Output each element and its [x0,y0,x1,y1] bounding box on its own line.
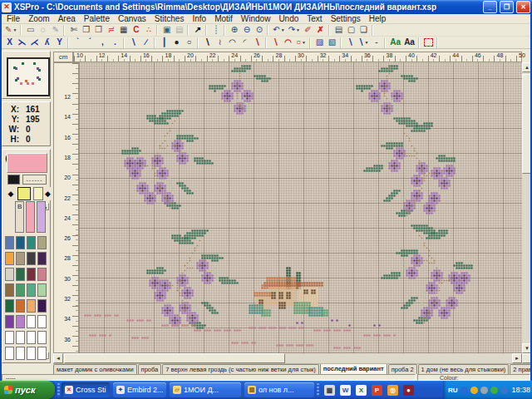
selection-marquee-button[interactable] [422,37,435,48]
french-knot-button[interactable]: ● [170,37,183,48]
palette-swatch[interactable] [27,331,36,344]
tray-icon-5[interactable] [500,387,508,394]
h-scrollbar-thumb[interactable] [64,353,285,363]
palette-swatch[interactable] [37,331,47,344]
three-quarter-stitch-sw-button[interactable]: ʎ [41,37,53,48]
copy-motif-button[interactable]: ❐ [80,25,92,36]
pattern-tab-1[interactable]: макет домик с оливочками [53,364,137,374]
swap-motif-button[interactable]: ≓ [105,25,117,36]
pattern-tab-6[interactable]: 1 дом (не весь для стыковки) [418,364,510,374]
taskbar-task-3[interactable]: ▱1МОИ Д... [170,382,241,397]
menu-canvas[interactable]: Canvas [114,14,150,23]
half-stitch-back-button[interactable]: ∖ [127,37,140,48]
menu-window[interactable]: Window [237,14,275,23]
zoom-actual-button[interactable]: ⊙ [253,25,265,36]
palette-swatch[interactable] [16,299,25,313]
paste-motif-button[interactable]: ❒ [92,25,105,36]
menu-area[interactable]: Area [54,14,80,23]
tray-icon-3[interactable] [480,387,488,394]
rotate-motif-button[interactable]: C [130,25,142,36]
palette-swatch[interactable] [5,268,14,281]
quarter-stitch-sw-button[interactable]: , [96,37,109,48]
palette-swatch[interactable] [37,315,47,328]
palette-swatch[interactable] [37,299,47,313]
quarter-stitch-ne-button[interactable]: ˊ [84,37,96,48]
diamond-swatch-2[interactable]: ◆ [44,187,52,200]
quick-launch-icon-1[interactable]: ▦ [324,385,335,396]
menu-stitches[interactable]: Stitches [150,14,189,23]
tray-icon-2[interactable] [470,387,478,394]
three-quarter-stitch-se-button[interactable]: Y [53,37,66,48]
palette-swatch[interactable] [5,252,14,265]
pointer-arrow-button[interactable]: ↗ [191,25,204,36]
three-quarter-stitch-ne-button[interactable]: ⋌ [28,37,41,48]
menu-text[interactable]: Text [303,14,326,23]
palette-swatch[interactable] [5,347,14,360]
close-button[interactable]: ✕ [516,1,530,13]
yellow-swatch-selected[interactable] [17,187,31,200]
quick-launch-icon-3[interactable]: X [356,385,367,396]
curve-thick-button[interactable]: ∖ [269,37,282,48]
palette-swatch[interactable] [16,268,25,281]
palette-swatch[interactable] [16,331,25,344]
pencil-tool-button[interactable]: ✎▼ [3,25,18,36]
palette-swatch[interactable] [5,315,14,328]
backstitch-line-button[interactable]: ∖ [201,37,214,48]
pattern-tab-4[interactable]: последний вариант [320,363,387,374]
menu-zoom[interactable]: Zoom [24,14,54,23]
copy-page-button[interactable]: ▤ [332,25,345,36]
palette-swatch[interactable] [27,299,36,313]
text-tool-green-button[interactable]: Aa [388,37,402,48]
pattern-tab-2[interactable]: проба [138,364,162,374]
pattern-tab-3[interactable]: 7 верхн левая гроздь (с частью ниж ветки… [162,364,319,374]
delete-stitches-button[interactable]: ✗ [314,25,327,36]
motif-library-1-button[interactable]: ▨ [313,37,326,48]
palette-swatch[interactable] [37,347,47,360]
backstitch-curve-tail-button[interactable]: ◜ [239,37,251,48]
h-scroll-right-button[interactable]: ► [512,353,522,363]
select-lasso-button[interactable]: ◌ [37,25,49,36]
pattern-tab-7[interactable]: 2 правая ниж гр [510,364,532,374]
palette-swatch[interactable] [27,315,36,328]
menu-settings[interactable]: Settings [327,14,365,23]
palette-swatch[interactable] [27,283,36,297]
menu-undo[interactable]: Undo [274,14,303,23]
stitch-canvas[interactable] [79,62,522,353]
line-tool-1-button[interactable]: ∖ [344,37,357,48]
menu-palette[interactable]: Palette [80,14,114,23]
scatter-motif-button[interactable]: ∴ [142,25,155,36]
half-stitch-forward-button[interactable]: ∕ [140,37,152,48]
full-cross-stitch-button[interactable]: X [3,37,16,48]
three-quarter-stitch-nw-button[interactable]: ⋋ [16,37,28,48]
palette-swatch[interactable] [37,268,47,281]
taskbar-task-1[interactable]: ✕Cross Sti... [62,382,110,397]
start-button[interactable]: пуск [0,381,55,399]
palette-swatch[interactable] [5,283,14,297]
print-button[interactable]: ▤ [173,25,185,36]
preview-screen-button[interactable]: ▣ [160,25,173,36]
quick-launch-icon-4[interactable]: P [372,385,382,396]
import-page-button[interactable]: ❏ [357,25,370,36]
undo-button[interactable]: ↶▼ [271,25,286,36]
guide-lines-button[interactable]: ┊ [209,25,222,36]
palette-swatch[interactable] [16,236,25,249]
pale-yellow-swatch[interactable] [33,187,43,200]
palette-swatch[interactable] [5,236,14,249]
clock[interactable]: 18:38 [512,386,531,394]
palette-swatch[interactable] [5,299,14,313]
bead-button[interactable]: ○ [183,37,195,48]
minimize-button[interactable]: _ [483,1,497,13]
quick-launch-icon-6[interactable]: ● [403,385,414,396]
tall-swatch-2[interactable] [26,201,35,233]
quick-launch-icon-5[interactable]: ◎ [387,385,398,396]
menu-file[interactable]: File [2,14,24,23]
palette-swatch[interactable] [16,252,25,265]
palette-swatch[interactable] [27,347,36,360]
blank-swatch[interactable]: ------ [22,175,47,185]
edit-pen-button[interactable]: ✐ [302,25,314,36]
black-swatch[interactable] [7,175,20,185]
curve-circle-button[interactable]: ○▼ [294,37,308,48]
new-page-button[interactable]: ▢ [345,25,357,36]
backstitch-curve-button[interactable]: ◠ [226,37,239,48]
palette-swatch[interactable] [37,283,47,297]
